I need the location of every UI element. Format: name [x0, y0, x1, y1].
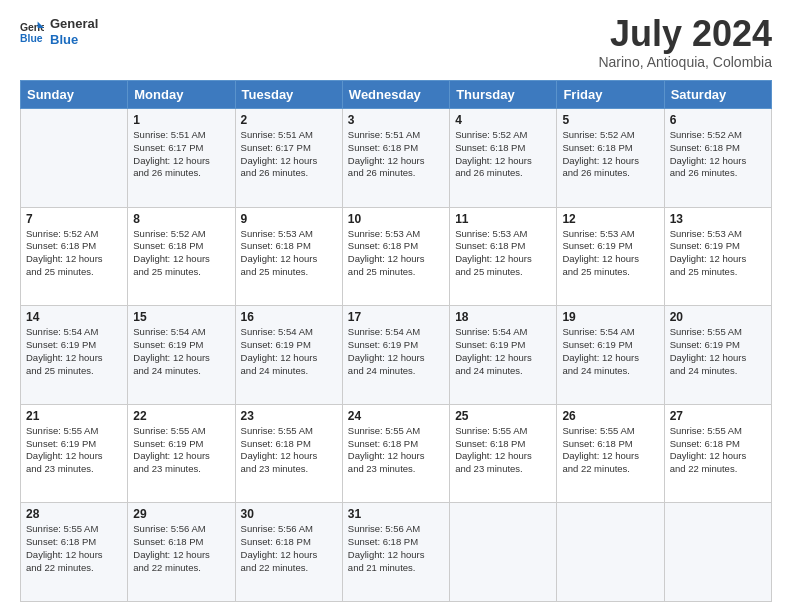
day-number: 28 [26, 507, 122, 521]
day-cell: 28Sunrise: 5:55 AMSunset: 6:18 PMDayligh… [21, 503, 128, 602]
day-info-line: Sunset: 6:19 PM [562, 339, 658, 352]
day-info-line: Sunrise: 5:52 AM [562, 129, 658, 142]
day-info-line: Daylight: 12 hours [670, 450, 766, 463]
day-info-line: Sunrise: 5:54 AM [133, 326, 229, 339]
svg-text:Blue: Blue [20, 32, 43, 43]
day-cell: 24Sunrise: 5:55 AMSunset: 6:18 PMDayligh… [342, 404, 449, 503]
week-row-4: 21Sunrise: 5:55 AMSunset: 6:19 PMDayligh… [21, 404, 772, 503]
day-info-line: Sunrise: 5:54 AM [241, 326, 337, 339]
day-info-line: and 24 minutes. [348, 365, 444, 378]
logo-line1: General [50, 16, 98, 32]
day-info-line: Sunset: 6:18 PM [348, 536, 444, 549]
day-info-line: and 25 minutes. [241, 266, 337, 279]
day-cell: 9Sunrise: 5:53 AMSunset: 6:18 PMDaylight… [235, 207, 342, 306]
day-info-line: Sunset: 6:19 PM [670, 339, 766, 352]
day-info-line: Daylight: 12 hours [26, 352, 122, 365]
day-info-line: Sunset: 6:18 PM [348, 438, 444, 451]
day-info-line: Sunrise: 5:51 AM [348, 129, 444, 142]
day-info-line: Sunset: 6:18 PM [26, 536, 122, 549]
day-info-line: Daylight: 12 hours [241, 549, 337, 562]
day-number: 11 [455, 212, 551, 226]
day-info-line: Daylight: 12 hours [241, 253, 337, 266]
day-info-line: Sunrise: 5:53 AM [455, 228, 551, 241]
day-info-line: Sunrise: 5:51 AM [133, 129, 229, 142]
day-info-line: Sunset: 6:18 PM [562, 142, 658, 155]
day-info-line: Sunrise: 5:52 AM [26, 228, 122, 241]
day-cell: 5Sunrise: 5:52 AMSunset: 6:18 PMDaylight… [557, 109, 664, 208]
title-block: July 2024 Narino, Antioquia, Colombia [598, 16, 772, 70]
day-info-line: Daylight: 12 hours [562, 352, 658, 365]
day-info-line: Daylight: 12 hours [348, 450, 444, 463]
day-cell [664, 503, 771, 602]
day-info-line: and 23 minutes. [241, 463, 337, 476]
day-info-line: and 21 minutes. [348, 562, 444, 575]
weekday-header-saturday: Saturday [664, 81, 771, 109]
day-info-line: Sunset: 6:19 PM [348, 339, 444, 352]
day-info-line: Daylight: 12 hours [455, 253, 551, 266]
day-info-line: Sunset: 6:18 PM [455, 240, 551, 253]
day-info-line: Sunrise: 5:53 AM [241, 228, 337, 241]
day-cell: 16Sunrise: 5:54 AMSunset: 6:19 PMDayligh… [235, 306, 342, 405]
day-info-line: Sunset: 6:18 PM [26, 240, 122, 253]
day-cell: 10Sunrise: 5:53 AMSunset: 6:18 PMDayligh… [342, 207, 449, 306]
day-info-line: and 23 minutes. [133, 463, 229, 476]
week-row-5: 28Sunrise: 5:55 AMSunset: 6:18 PMDayligh… [21, 503, 772, 602]
weekday-header-wednesday: Wednesday [342, 81, 449, 109]
day-info-line: Sunrise: 5:52 AM [670, 129, 766, 142]
day-info-line: and 24 minutes. [455, 365, 551, 378]
day-number: 15 [133, 310, 229, 324]
day-info-line: and 25 minutes. [562, 266, 658, 279]
day-number: 4 [455, 113, 551, 127]
day-info-line: and 26 minutes. [133, 167, 229, 180]
day-number: 13 [670, 212, 766, 226]
day-cell: 2Sunrise: 5:51 AMSunset: 6:17 PMDaylight… [235, 109, 342, 208]
day-info-line: Sunrise: 5:52 AM [133, 228, 229, 241]
day-cell: 7Sunrise: 5:52 AMSunset: 6:18 PMDaylight… [21, 207, 128, 306]
calendar-table: SundayMondayTuesdayWednesdayThursdayFrid… [20, 80, 772, 602]
day-cell: 14Sunrise: 5:54 AMSunset: 6:19 PMDayligh… [21, 306, 128, 405]
day-cell: 1Sunrise: 5:51 AMSunset: 6:17 PMDaylight… [128, 109, 235, 208]
day-cell [450, 503, 557, 602]
day-number: 8 [133, 212, 229, 226]
day-number: 18 [455, 310, 551, 324]
day-info-line: Daylight: 12 hours [562, 450, 658, 463]
day-info-line: and 22 minutes. [562, 463, 658, 476]
day-info-line: and 23 minutes. [455, 463, 551, 476]
day-info-line: and 22 minutes. [241, 562, 337, 575]
day-info-line: Sunrise: 5:55 AM [670, 425, 766, 438]
day-info-line: and 23 minutes. [348, 463, 444, 476]
day-number: 22 [133, 409, 229, 423]
weekday-header-tuesday: Tuesday [235, 81, 342, 109]
day-info-line: Daylight: 12 hours [133, 155, 229, 168]
day-number: 23 [241, 409, 337, 423]
day-info-line: Sunset: 6:19 PM [26, 438, 122, 451]
day-info-line: Sunrise: 5:52 AM [455, 129, 551, 142]
day-info-line: Sunrise: 5:55 AM [670, 326, 766, 339]
day-info-line: Sunrise: 5:56 AM [348, 523, 444, 536]
day-info-line: Daylight: 12 hours [26, 450, 122, 463]
day-info-line: and 24 minutes. [670, 365, 766, 378]
weekday-header-sunday: Sunday [21, 81, 128, 109]
day-info-line: Sunset: 6:19 PM [562, 240, 658, 253]
day-info-line: Daylight: 12 hours [348, 352, 444, 365]
day-cell [21, 109, 128, 208]
logo: General Blue General Blue [20, 16, 98, 47]
logo-icon: General Blue [20, 20, 44, 44]
day-number: 12 [562, 212, 658, 226]
day-info-line: Sunset: 6:19 PM [26, 339, 122, 352]
day-info-line: Daylight: 12 hours [26, 549, 122, 562]
day-cell: 30Sunrise: 5:56 AMSunset: 6:18 PMDayligh… [235, 503, 342, 602]
day-number: 20 [670, 310, 766, 324]
day-info-line: Sunset: 6:18 PM [241, 536, 337, 549]
location: Narino, Antioquia, Colombia [598, 54, 772, 70]
day-info-line: Sunset: 6:18 PM [455, 438, 551, 451]
day-info-line: Sunset: 6:18 PM [455, 142, 551, 155]
day-info-line: Sunrise: 5:55 AM [26, 523, 122, 536]
day-info-line: Sunrise: 5:53 AM [348, 228, 444, 241]
day-info-line: Sunset: 6:19 PM [133, 339, 229, 352]
day-info-line: Daylight: 12 hours [241, 450, 337, 463]
month-title: July 2024 [598, 16, 772, 52]
day-info-line: Sunset: 6:18 PM [670, 142, 766, 155]
day-info-line: Sunrise: 5:56 AM [133, 523, 229, 536]
day-info-line: Daylight: 12 hours [670, 253, 766, 266]
